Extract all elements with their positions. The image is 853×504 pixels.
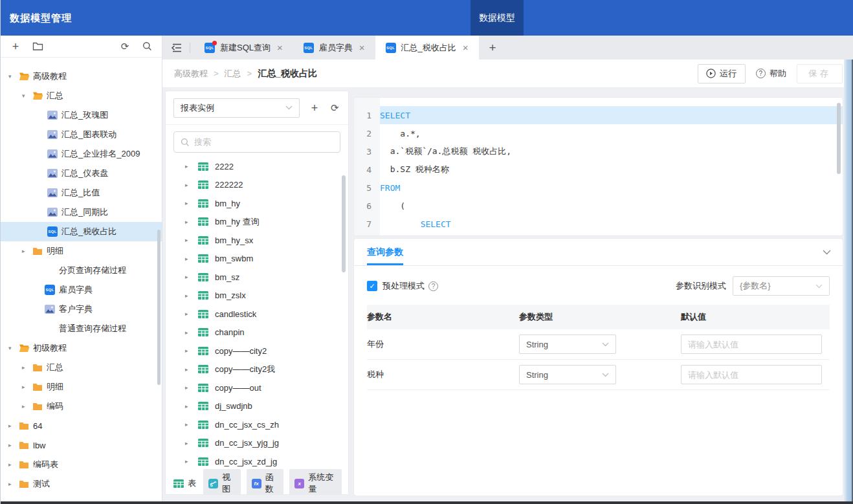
code-line[interactable]: 6 ( xyxy=(354,197,843,215)
explorer-tab-view[interactable]: 视图 xyxy=(203,469,241,495)
table-list-item[interactable]: ▸copy——city2我 xyxy=(166,360,348,379)
code-line[interactable]: 7 SELECT xyxy=(354,215,843,233)
caret-right-icon[interactable]: ▸ xyxy=(185,347,198,354)
tree-item[interactable]: ▾汇总 xyxy=(1,86,162,105)
caret-right-icon[interactable]: ▸ xyxy=(185,421,198,428)
table-list-item[interactable]: ▸candlestick xyxy=(166,305,348,323)
param-type-select[interactable]: String xyxy=(519,365,616,384)
table-list-item[interactable]: ▸dn_cc_jsx_yjg_jg xyxy=(166,434,348,453)
caret-right-icon[interactable]: ▸ xyxy=(8,442,19,448)
close-tab-icon[interactable]: × xyxy=(277,42,283,53)
tree-item[interactable]: 汇总_仪表盘 xyxy=(1,164,162,183)
add-instance-icon[interactable]: + xyxy=(309,102,320,114)
caret-right-icon[interactable]: ▸ xyxy=(22,403,32,410)
sql-editor[interactable]: 1SELECT2 a.*,3 a.`税额`/a.总税额 税收占比,4 b.SZ … xyxy=(353,97,843,236)
caret-right-icon[interactable]: ▸ xyxy=(185,366,198,373)
document-tab[interactable]: SQL雇员字典× xyxy=(293,36,375,60)
close-tab-icon[interactable]: × xyxy=(359,42,365,53)
table-list-item[interactable]: ▸dn_cc_jsx_zd_jg xyxy=(166,452,348,471)
caret-right-icon[interactable]: ▸ xyxy=(8,461,19,468)
sidebar-scrollbar[interactable] xyxy=(157,230,161,385)
caret-down-icon[interactable]: ▾ xyxy=(22,93,32,99)
table-list-item[interactable]: ▸copy——city2 xyxy=(166,342,348,360)
explorer-tab-table[interactable]: 表 xyxy=(172,475,197,492)
document-tab[interactable]: SQL新建SQL查询× xyxy=(194,36,293,60)
tree-item[interactable]: 汇总_图表联动 xyxy=(1,125,162,144)
caret-right-icon[interactable]: ▸ xyxy=(185,403,198,410)
tab-query-params[interactable]: 查询参数 xyxy=(367,239,403,265)
tree-item[interactable]: SQL雇员字典 xyxy=(1,280,162,300)
table-list-item[interactable]: ▸copy——out xyxy=(166,378,348,397)
caret-right-icon[interactable]: ▸ xyxy=(185,384,198,391)
caret-right-icon[interactable]: ▸ xyxy=(22,364,32,371)
caret-right-icon[interactable]: ▸ xyxy=(185,200,198,206)
table-list-item[interactable]: ▸dn_cc_jsx_cs_zh xyxy=(166,415,348,434)
breadcrumb-item[interactable]: 高级教程 xyxy=(174,68,208,80)
tree-item[interactable]: 分页查询存储过程 xyxy=(1,261,162,280)
nav-tab-data-model[interactable]: 数据模型 xyxy=(471,0,524,36)
editor-scrollbar[interactable] xyxy=(837,103,841,174)
table-list-item[interactable]: ▸bm_hy xyxy=(166,194,348,213)
new-tab-button[interactable]: + xyxy=(479,36,507,60)
default-value-input[interactable] xyxy=(688,370,815,380)
collapse-panel-icon[interactable] xyxy=(823,250,831,255)
tree-item[interactable]: 汇总_玫瑰图 xyxy=(1,105,162,125)
caret-right-icon[interactable]: ▸ xyxy=(185,440,198,446)
new-folder-icon[interactable] xyxy=(32,41,43,52)
tree-item[interactable]: ▸lbw xyxy=(1,435,162,455)
param-mode-select[interactable]: {参数名} xyxy=(733,276,830,296)
tree-item[interactable]: ▸测试 xyxy=(1,474,162,494)
caret-right-icon[interactable]: ▸ xyxy=(185,163,198,170)
code-line[interactable]: 1SELECT xyxy=(354,106,843,124)
table-list-item[interactable]: ▸222222 xyxy=(166,176,348,195)
caret-right-icon[interactable]: ▸ xyxy=(185,256,198,262)
caret-right-icon[interactable]: ▸ xyxy=(185,274,198,280)
refresh-tables-icon[interactable]: ⟳ xyxy=(329,102,340,114)
caret-right-icon[interactable]: ▸ xyxy=(185,458,198,465)
table-list-item[interactable]: ▸bm_sz xyxy=(166,268,348,287)
tree-item[interactable]: 普通查询存储过程 xyxy=(1,319,162,338)
table-list-item[interactable]: ▸bm_hy 查询 xyxy=(166,213,348,232)
explorer-tab-fx[interactable]: fx函数 xyxy=(247,469,284,495)
tree-item[interactable]: ▾初级教程 xyxy=(1,338,162,358)
close-tab-icon[interactable]: × xyxy=(463,42,469,53)
code-line[interactable]: 4 b.SZ 税种名称 xyxy=(354,160,843,179)
caret-right-icon[interactable]: ▸ xyxy=(185,292,198,299)
table-list-item[interactable]: ▸dj_swdjnb xyxy=(166,397,348,416)
param-type-select[interactable]: String xyxy=(519,334,616,354)
table-list-item[interactable]: ▸2222 xyxy=(166,157,348,176)
tree-item[interactable]: ▸明细 xyxy=(1,241,162,261)
code-line[interactable]: 2 a.*, xyxy=(354,124,843,142)
caret-right-icon[interactable]: ▸ xyxy=(185,329,198,336)
caret-down-icon[interactable]: ▾ xyxy=(8,73,19,80)
collapse-sidebar-icon[interactable] xyxy=(170,42,183,54)
caret-right-icon[interactable]: ▸ xyxy=(8,481,19,487)
table-search-input[interactable] xyxy=(194,137,333,147)
table-list-scrollbar[interactable] xyxy=(342,175,346,272)
caret-right-icon[interactable]: ▸ xyxy=(185,237,198,243)
caret-right-icon[interactable]: ▸ xyxy=(22,384,32,390)
run-button[interactable]: 运行 xyxy=(698,64,746,83)
refresh-icon[interactable]: ⟳ xyxy=(119,41,131,52)
add-icon[interactable]: + xyxy=(10,41,21,52)
breadcrumb-item[interactable]: 汇总 xyxy=(225,68,241,80)
tree-item[interactable]: 汇总_企业排名_2009 xyxy=(1,144,162,164)
code-line[interactable]: 3 a.`税额`/a.总税额 税收占比, xyxy=(354,142,843,160)
tree-item[interactable]: ▾高级教程 xyxy=(1,67,162,86)
code-line[interactable]: 5FROM xyxy=(354,179,843,197)
help-button[interactable]: ? 帮助 xyxy=(755,64,788,83)
table-list-item[interactable]: ▸bm_hy_sx xyxy=(166,231,348,250)
tree-item[interactable]: ▸编码表 xyxy=(1,455,162,474)
tree-item[interactable]: ▸编码 xyxy=(1,397,162,416)
save-button[interactable]: 保存 xyxy=(797,64,843,83)
tree-item[interactable]: 汇总_比值 xyxy=(1,183,162,203)
caret-down-icon[interactable]: ▾ xyxy=(8,345,19,351)
tree-item[interactable]: ▸64 xyxy=(1,416,162,435)
help-circle-icon[interactable]: ? xyxy=(428,281,438,291)
caret-right-icon[interactable]: ▸ xyxy=(8,422,19,429)
table-list-item[interactable]: ▸bm_zslx xyxy=(166,287,348,305)
search-icon[interactable] xyxy=(141,41,153,52)
caret-right-icon[interactable]: ▸ xyxy=(185,182,198,188)
report-instance-select[interactable]: 报表实例 xyxy=(173,98,300,118)
preprocess-checkbox[interactable]: ✓ xyxy=(367,281,377,291)
